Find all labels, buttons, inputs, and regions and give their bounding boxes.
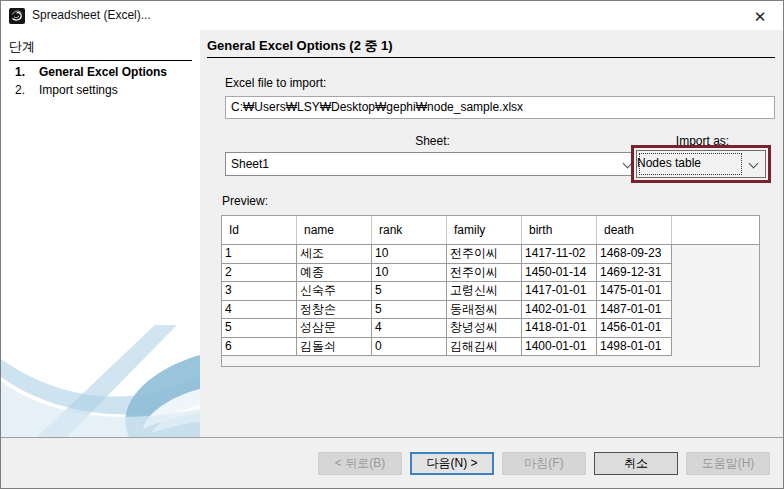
decorative-swoosh-graphic <box>1 325 200 437</box>
cell: 창녕성씨 <box>447 319 522 338</box>
help-button: 도움말(H) <box>686 452 770 475</box>
cell: 동래정씨 <box>447 301 522 320</box>
cell: 3 <box>222 282 297 301</box>
cell: 6 <box>222 338 297 357</box>
cell: 성삼문 <box>297 319 372 338</box>
dialog-button-bar: < 뒤로(B) 다음(N) > 마침(F) 취소 도움말(H) <box>1 437 783 488</box>
cell: 0 <box>372 338 447 357</box>
cell: 1468-09-23 <box>597 245 672 264</box>
table-row: 1 세조 10 전주이씨 1417-11-02 1468-09-23 <box>222 245 759 264</box>
cell: 1450-01-14 <box>522 264 597 283</box>
header-filler <box>672 216 759 244</box>
title-bar[interactable]: Spreadsheet (Excel)... ✕ <box>1 1 783 30</box>
cell: 김해김씨 <box>447 338 522 357</box>
table-row: 3 신숙주 5 고령신씨 1417-01-01 1475-01-01 <box>222 282 759 301</box>
cell: 1469-12-31 <box>597 264 672 283</box>
cell: 1 <box>222 245 297 264</box>
file-to-import-label: Excel file to import: <box>225 76 326 90</box>
cell: 전주이씨 <box>447 264 522 283</box>
step-import-settings: 2. Import settings <box>15 83 200 97</box>
step-label: Import settings <box>39 83 118 97</box>
column-header-id: Id <box>222 216 297 244</box>
column-header-birth: birth <box>522 216 597 244</box>
window-title: Spreadsheet (Excel)... <box>32 8 151 22</box>
cell: 1400-01-01 <box>522 338 597 357</box>
cell: 김돌쇠 <box>297 338 372 357</box>
cell: 세조 <box>297 245 372 264</box>
cell: 정창손 <box>297 301 372 320</box>
sheet-selected-value: Sheet1 <box>231 153 617 175</box>
column-header-rank: rank <box>372 216 447 244</box>
cell: 1498-01-01 <box>597 338 672 357</box>
import-as-select[interactable]: Nodes table <box>636 150 766 178</box>
preview-label: Preview: <box>222 194 268 208</box>
excel-file-path-field[interactable]: C:₩Users₩LSY₩Desktop₩gephi₩node_sample.x… <box>225 96 775 119</box>
cell: 2 <box>222 264 297 283</box>
heading-divider <box>207 57 775 58</box>
column-header-death: death <box>597 216 672 244</box>
cell: 1417-01-01 <box>522 282 597 301</box>
table-header-row: Id name rank family birth death <box>222 216 759 245</box>
steps-header: 단계 <box>9 38 192 61</box>
cell: 1402-01-01 <box>522 301 597 320</box>
cell: 예종 <box>297 264 372 283</box>
cell: 1417-11-02 <box>522 245 597 264</box>
step-label: General Excel Options <box>39 65 167 79</box>
step-number: 1. <box>15 65 39 79</box>
cell: 1418-01-01 <box>522 319 597 338</box>
gephi-logo-icon <box>9 8 25 24</box>
cell: 전주이씨 <box>447 245 522 264</box>
next-button[interactable]: 다음(N) > <box>410 452 494 475</box>
cell: 1487-01-01 <box>597 301 672 320</box>
table-row: 6 김돌쇠 0 김해김씨 1400-01-01 1498-01-01 <box>222 338 759 357</box>
cell: 4 <box>222 301 297 320</box>
cell: 신숙주 <box>297 282 372 301</box>
cell: 1475-01-01 <box>597 282 672 301</box>
step-number: 2. <box>15 83 39 97</box>
column-header-family: family <box>447 216 522 244</box>
close-icon[interactable]: ✕ <box>738 2 782 31</box>
column-header-name: name <box>297 216 372 244</box>
cell: 5 <box>372 282 447 301</box>
preview-table: Id name rank family birth death 1 세조 10 … <box>221 215 760 367</box>
sheet-label: Sheet: <box>225 134 640 148</box>
annotation-highlight-box: Nodes table <box>631 145 771 183</box>
cell: 10 <box>372 264 447 283</box>
table-row: 2 예종 10 전주이씨 1450-01-14 1469-12-31 <box>222 264 759 283</box>
table-row: 5 성삼문 4 창녕성씨 1418-01-01 1456-01-01 <box>222 319 759 338</box>
table-row: 4 정창손 5 동래정씨 1402-01-01 1487-01-01 <box>222 301 759 320</box>
sheet-select[interactable]: Sheet1 <box>225 152 640 176</box>
cell: 5 <box>222 319 297 338</box>
cancel-button[interactable]: 취소 <box>594 452 678 475</box>
chevron-down-icon <box>749 159 759 169</box>
finish-button: 마침(F) <box>502 452 586 475</box>
cell: 5 <box>372 301 447 320</box>
page-title: General Excel Options (2 중 1) <box>207 37 393 55</box>
cell: 1456-01-01 <box>597 319 672 338</box>
back-button: < 뒤로(B) <box>318 452 402 475</box>
wizard-steps-sidebar: 단계 1. General Excel Options 2. Import se… <box>1 30 200 437</box>
spreadsheet-import-dialog: Spreadsheet (Excel)... ✕ 단계 1. General E… <box>0 0 784 489</box>
step-general-excel-options: 1. General Excel Options <box>15 65 200 79</box>
cell: 고령신씨 <box>447 282 522 301</box>
main-panel: General Excel Options (2 중 1) Excel file… <box>200 30 783 437</box>
cell: 4 <box>372 319 447 338</box>
focus-rectangle <box>639 153 742 175</box>
cell: 10 <box>372 245 447 264</box>
